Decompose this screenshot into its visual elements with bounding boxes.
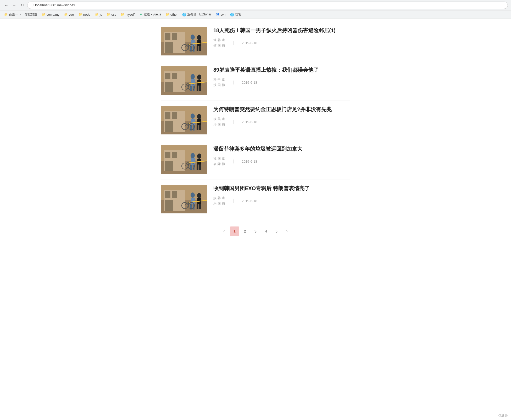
bookmark-label: myself: [125, 13, 135, 16]
tag[interactable]: 捕: [222, 83, 225, 88]
tag[interactable]: 娱: [213, 196, 216, 201]
news-date: 2019-6-18: [242, 199, 257, 203]
svg-rect-3: [165, 33, 170, 40]
news-info: 89岁袁隆平英语直播上热搜：我们都误会他了 科 中 逮 技 国 捕 | 2019…: [213, 66, 350, 88]
news-item: 收到韩国男团EXO专辑后 特朗普表情亮了 娱 韩 逮 乐 国 捕 | 2019-…: [161, 179, 350, 219]
tag[interactable]: 乐: [213, 201, 216, 206]
prev-page-button[interactable]: ‹: [219, 226, 229, 236]
svg-point-46: [191, 113, 195, 119]
tag[interactable]: 韩: [218, 38, 221, 43]
tag[interactable]: 美: [218, 117, 221, 122]
news-list: 18人死伤！韩国一男子纵火后持凶器伤害避险邻居(1) 逮 韩 逮 捕 国 捕 |…: [161, 24, 350, 219]
news-title[interactable]: 89岁袁隆平英语直播上热搜：我们都误会他了: [213, 66, 350, 73]
news-image: [161, 106, 207, 134]
news-info: 滞留菲律宾多年的垃圾被运回到加拿大 社 国 逮 会 际 捕 | 2019-6-1…: [213, 145, 350, 167]
bookmark-label: node: [83, 13, 90, 16]
news-tags: 政 美 逮 治 国 捕: [213, 117, 225, 127]
svg-rect-43: [165, 112, 170, 119]
tag[interactable]: 捕: [213, 43, 216, 48]
bookmark-company[interactable]: 📁 company: [40, 12, 62, 17]
tag[interactable]: 捕: [222, 122, 225, 127]
meta-divider: |: [233, 159, 234, 164]
browser-chrome: ← → ↻ ⓘ localhost:3001/news/index: [0, 0, 511, 10]
tag[interactable]: 逮: [222, 196, 225, 201]
tag[interactable]: 会: [213, 162, 216, 167]
tag[interactable]: 国: [218, 201, 221, 206]
bookmark-yewuqiang[interactable]: 🌐 业务墙 | EzSonar: [180, 12, 213, 18]
tag[interactable]: 逮: [222, 38, 225, 43]
bookmark-js[interactable]: 📁 js: [93, 12, 104, 17]
news-title[interactable]: 为何特朗普突然要约金正恩板门店见?并非没有先兆: [213, 106, 350, 113]
tag[interactable]: 国: [218, 83, 221, 88]
tag[interactable]: 逮: [213, 38, 216, 43]
tag[interactable]: 捕: [222, 162, 225, 167]
tag[interactable]: 韩: [218, 196, 221, 201]
next-page-button[interactable]: ›: [282, 226, 292, 236]
tag[interactable]: 治: [213, 122, 216, 127]
svg-rect-85: [165, 200, 173, 211]
address-bar[interactable]: ⓘ localhost:3001/news/index: [27, 2, 508, 9]
bookmark-fangjian[interactable]: 🌐 访客: [228, 12, 243, 18]
news-date: 2019-6-18: [242, 160, 257, 163]
svg-point-66: [191, 153, 195, 158]
page-4-button[interactable]: 4: [261, 226, 271, 236]
meta-divider: |: [233, 41, 234, 45]
se-icon: SE: [216, 13, 219, 16]
svg-rect-4: [172, 33, 177, 40]
meta-divider: |: [233, 120, 234, 124]
forward-button[interactable]: →: [11, 2, 17, 8]
svg-rect-64: [172, 152, 177, 158]
tag[interactable]: 科: [213, 77, 216, 82]
tag[interactable]: 逮: [222, 77, 225, 82]
back-button[interactable]: ←: [3, 2, 9, 8]
svg-rect-23: [165, 73, 170, 79]
svg-rect-73: [199, 164, 201, 170]
tag[interactable]: 社: [213, 156, 216, 161]
bookmark-label: 百度一下，你就知道: [9, 12, 37, 17]
tag[interactable]: 国: [218, 122, 221, 127]
news-title[interactable]: 滞留菲律宾多年的垃圾被运回到加拿大: [213, 145, 350, 152]
page-3-button[interactable]: 3: [251, 226, 260, 236]
reload-button[interactable]: ↻: [19, 2, 25, 8]
bookmark-svn[interactable]: SE svn: [214, 12, 227, 17]
bookmark-vue[interactable]: 📁 vue: [62, 12, 76, 17]
bookmark-label: vue: [69, 13, 74, 16]
news-title[interactable]: 18人死伤！韩国一男子纵火后持凶器伤害避险邻居(1): [213, 27, 350, 34]
news-title[interactable]: 收到韩国男团EXO专辑后 特朗普表情亮了: [213, 185, 350, 192]
tag[interactable]: 政: [213, 117, 216, 122]
tag[interactable]: 技: [213, 83, 216, 88]
svg-rect-7: [191, 40, 195, 46]
folder-icon: 📁: [79, 13, 82, 16]
news-thumbnail: [161, 106, 207, 134]
bookmark-guodu[interactable]: ▼ 过渡 - vue.js: [137, 12, 163, 18]
svg-rect-67: [191, 158, 195, 165]
news-thumbnail: [161, 145, 207, 174]
bookmark-baidu[interactable]: 📁 百度一下，你就知道: [2, 12, 39, 18]
tag[interactable]: 逮: [222, 156, 225, 161]
page-5-button[interactable]: 5: [272, 226, 281, 236]
tag[interactable]: 捕: [222, 201, 225, 206]
bookmark-css[interactable]: 📁 css: [104, 12, 118, 17]
page-2-button[interactable]: 2: [240, 226, 250, 236]
bookmark-node[interactable]: 📁 node: [76, 12, 92, 17]
folder-icon: 📁: [121, 13, 124, 16]
svg-rect-92: [197, 204, 198, 209]
tag[interactable]: 国: [218, 43, 221, 48]
lock-icon: ⓘ: [31, 3, 34, 7]
globe-icon: 🌐: [182, 13, 186, 16]
tag[interactable]: 际: [218, 162, 221, 167]
folder-icon: 📁: [4, 13, 8, 16]
bookmark-label: 业务墙 | EzSonar: [187, 12, 211, 17]
tag[interactable]: 逮: [222, 117, 225, 122]
page-1-button[interactable]: 1: [230, 226, 239, 236]
svg-point-26: [191, 74, 195, 79]
svg-rect-44: [172, 112, 177, 119]
bookmark-other[interactable]: 📁 other: [164, 12, 180, 17]
svg-rect-72: [197, 164, 198, 170]
tag[interactable]: 中: [218, 77, 221, 82]
tag[interactable]: 国: [218, 156, 221, 161]
tag[interactable]: 捕: [222, 43, 225, 48]
bookmark-myself[interactable]: 📁 myself: [119, 12, 137, 17]
bookmark-label: other: [170, 13, 177, 16]
news-meta: 逮 韩 逮 捕 国 捕 | 2019-6-18: [213, 38, 350, 48]
